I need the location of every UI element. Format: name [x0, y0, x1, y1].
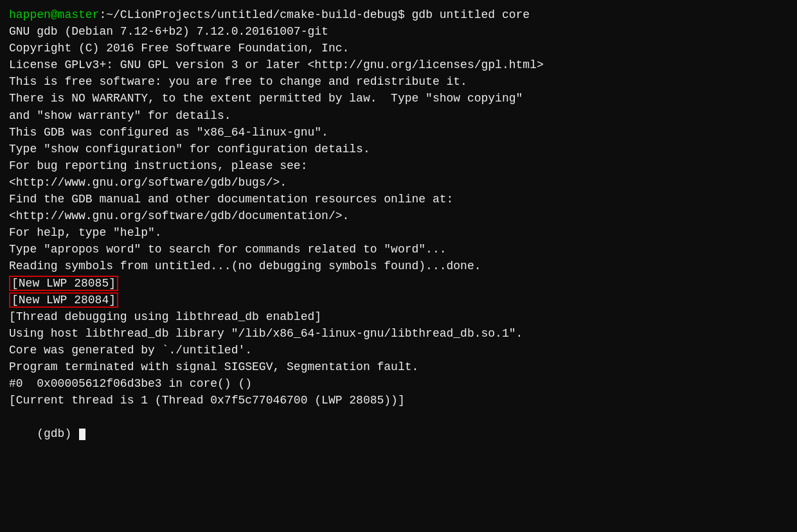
output-line: License GPLv3+: GNU GPL version 3 or lat…: [9, 57, 788, 73]
output-line: Type "show configuration" for configurat…: [9, 141, 788, 157]
lwp-highlight: [New LWP 28084]: [9, 292, 118, 308]
output-line: GNU gdb (Debian 7.12-6+b2) 7.12.0.201610…: [9, 23, 788, 40]
boxed-line: [New LWP 28084]: [9, 292, 788, 308]
footer-line: Core was generated by `./untitled'.: [9, 342, 788, 359]
output-line: This is free software: you are free to c…: [9, 73, 788, 90]
footer-output: [Thread debugging using libthread_db ena…: [9, 308, 788, 409]
footer-line: [Thread debugging using libthread_db ena…: [9, 308, 788, 325]
user-host: happen@master: [9, 6, 99, 23]
gdb-prompt-text: (gdb): [37, 427, 78, 440]
output-line: For bug reporting instructions, please s…: [9, 157, 788, 174]
output-line: Copyright (C) 2016 Free Software Foundat…: [9, 40, 788, 57]
footer-line: Using host libthread_db library "/lib/x8…: [9, 325, 788, 342]
dollar-sign: $: [398, 6, 412, 23]
cursor: [79, 429, 85, 440]
terminal-window[interactable]: happen@master:~/CLionProjects/untitled/c…: [0, 0, 797, 532]
output-line: Find the GDB manual and other documentat…: [9, 191, 788, 208]
command: gdb untitled core: [412, 6, 530, 23]
output-line: This GDB was configured as "x86_64-linux…: [9, 124, 788, 141]
footer-line: Program terminated with signal SIGSEGV, …: [9, 359, 788, 375]
output-line: Type "apropos word" to search for comman…: [9, 241, 788, 258]
output-line: Reading symbols from untitled...(no debu…: [9, 258, 788, 274]
boxed-line: [New LWP 28085]: [9, 275, 788, 292]
output-line: There is NO WARRANTY, to the extent perm…: [9, 90, 788, 107]
output-line: <http://www.gnu.org/software/gdb/documen…: [9, 208, 788, 224]
gdb-output: GNU gdb (Debian 7.12-6+b2) 7.12.0.201610…: [9, 23, 788, 274]
footer-line: [Current thread is 1 (Thread 0x7f5c77046…: [9, 392, 788, 409]
prompt-line: happen@master:~/CLionProjects/untitled/c…: [9, 6, 788, 23]
output-line: and "show warranty" for details.: [9, 107, 788, 124]
output-line: For help, type "help".: [9, 224, 788, 241]
lwp-highlight: [New LWP 28085]: [9, 276, 118, 291]
gdb-prompt-line[interactable]: (gdb): [9, 409, 788, 459]
boxed-output: [New LWP 28085][New LWP 28084]: [9, 275, 788, 308]
footer-line: #0 0x00005612f06d3be3 in core() (): [9, 375, 788, 392]
path: :~/CLionProjects/untitled/cmake-build-de…: [99, 6, 397, 23]
output-line: <http://www.gnu.org/software/gdb/bugs/>.: [9, 174, 788, 191]
